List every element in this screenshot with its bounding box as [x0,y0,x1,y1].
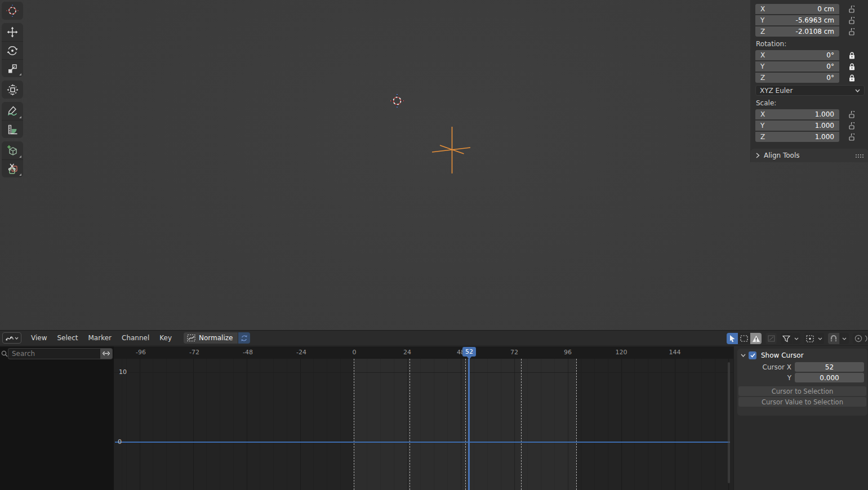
ruler-label: -72 [189,349,199,356]
cursor-value-to-selection-button[interactable]: Cursor Value to Selection [738,397,866,407]
unlock-icon[interactable] [849,17,854,24]
show-cursor-label: Show Cursor [761,351,804,359]
ruler-label: -96 [136,349,146,356]
tool-scale[interactable] [2,59,23,77]
location-x-field[interactable]: X 0 cm [755,4,839,14]
playhead-handle[interactable]: 52 [462,347,476,357]
channel-search-input[interactable] [8,348,100,359]
menu-channel[interactable]: Channel [117,332,154,344]
cursor-arrow-icon [729,335,736,342]
channel-search-row [0,348,113,359]
rotation-z-field[interactable]: Z 0° [755,73,839,83]
filter-dropdown[interactable] [793,333,800,344]
show-cursor-checkbox[interactable] [749,351,756,359]
location-z-field[interactable]: Z -2.0108 cm [755,26,839,37]
snap-toggle[interactable] [828,333,839,344]
graph-editor-header-tools [727,333,868,344]
normalize-view-button-disabled[interactable] [765,333,777,344]
lock-icon[interactable] [849,74,855,82]
scale-fields: X 1.000 Y 1.000 [755,109,868,142]
lock-icon[interactable] [849,52,855,59]
menu-view[interactable]: View [26,332,52,344]
keying-set-button[interactable] [804,333,816,344]
rotate-tool-icon [7,45,18,56]
cursor-y-field[interactable]: 0.000 [795,373,864,382]
vertical-scrollbar[interactable] [728,362,730,483]
unlock-icon[interactable] [849,111,854,118]
search-icon [1,350,8,357]
tweak-tool-button[interactable] [727,333,738,344]
channel-list-region[interactable] [0,346,114,490]
range-end-marker [576,359,577,490]
menu-marker[interactable]: Marker [83,332,117,344]
tool-cursor[interactable] [2,2,23,20]
menu-key[interactable]: Key [154,332,177,344]
refresh-icon [241,335,248,342]
snap-dropdown[interactable] [840,333,849,344]
empty-axes-object[interactable] [420,125,473,176]
tool-annotate[interactable] [2,102,23,120]
filter-button[interactable] [781,333,792,344]
timeline-ruler[interactable]: -96 -72 -48 -24 0 24 48 72 96 120 144 52 [114,346,733,359]
subtool-indicator [19,116,21,118]
auto-normalize-refresh-button[interactable] [238,332,250,344]
rotation-mode-dropdown[interactable]: XYZ Euler [755,85,865,96]
tool-move[interactable] [2,23,23,41]
editor-type-button[interactable] [2,332,21,344]
lock-icon[interactable] [849,63,855,70]
gridline-value-10 [114,372,733,373]
playhead-line[interactable] [468,359,470,490]
channel-filter-toggle[interactable] [100,348,113,359]
measure-tool-icon [7,124,18,135]
subtool-indicator [19,173,21,176]
rotation-fields: X 0° Y 0° [755,50,868,83]
scale-z-field[interactable]: Z 1.000 [755,132,839,142]
normalize-toggle[interactable]: Normalize [184,332,238,344]
tool-rotate[interactable] [2,41,23,59]
chevron-right-icon [755,153,760,158]
graph-editor-header: View Select Marker Channel Key Normalize [0,330,868,346]
align-tools-panel[interactable]: Align Tools [751,149,868,162]
scale-x-field[interactable]: X 1.000 [755,109,839,119]
cursor-to-selection-button[interactable]: Cursor to Selection [738,386,866,396]
viewport-toolbar [2,2,23,177]
proportional-edit-icon [854,335,862,342]
3d-cursor [390,93,404,108]
unlock-icon[interactable] [849,133,854,141]
rotation-x-field[interactable]: X 0° [755,50,839,60]
annotate-tool-icon [7,105,18,117]
fcurve-editor-icon [6,335,14,342]
panel-grip-icon[interactable] [855,154,863,158]
cursor-tool-icon [6,5,19,17]
range-half-marker [465,359,466,490]
box-select-tool-button[interactable] [738,333,750,344]
curve-canvas[interactable]: 10 0 [114,359,733,490]
tool-measure[interactable] [2,120,23,138]
menubar: View Select Marker Channel Key [26,332,177,344]
cursor-x-label: Cursor X [737,363,795,371]
rotation-label: Rotation: [756,40,868,48]
unlock-icon[interactable] [849,28,854,35]
keying-set-icon [806,335,814,342]
tool-transform[interactable] [2,81,23,99]
add-cube-tool-icon [7,145,19,157]
box-select-icon [740,335,748,342]
proportional-edit-toggle[interactable] [853,333,864,344]
scale-y-field[interactable]: Y 1.000 [755,121,839,131]
cursor-x-field[interactable]: 52 [795,362,864,372]
only-errors-toggle[interactable] [750,333,762,344]
chevron-down-icon [818,337,822,340]
unlock-icon[interactable] [849,6,854,13]
rotation-y-field[interactable]: Y 0° [755,61,839,72]
check-icon [750,353,755,358]
menu-select[interactable]: Select [52,332,83,344]
3d-viewport[interactable]: Location: X 0 cm Y -5.6963 cm [0,0,868,330]
keying-set-dropdown[interactable] [816,333,824,344]
blend-cut-tool-icon [7,163,19,175]
unlock-icon[interactable] [849,122,854,130]
show-cursor-panel-header[interactable]: Show Cursor [737,349,867,362]
location-y-field[interactable]: Y -5.6963 cm [755,15,839,25]
tool-add-cube[interactable] [2,141,23,159]
partial-edge-button[interactable] [865,333,868,344]
tool-blend-cut[interactable] [2,159,23,177]
